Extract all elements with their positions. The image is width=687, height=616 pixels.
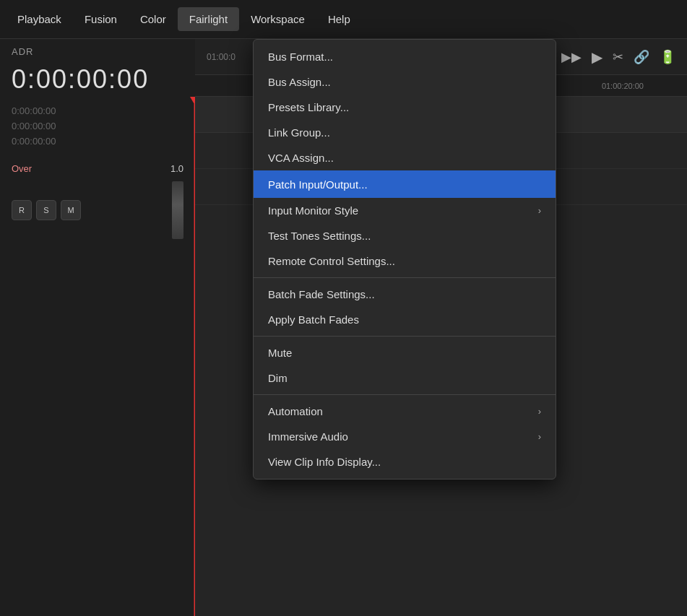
dropdown-item-label-patch-input-output: Patch Input/Output...	[268, 178, 368, 191]
menu-item-fusion[interactable]: Fusion	[73, 7, 129, 31]
menu-item-help[interactable]: Help	[316, 7, 362, 31]
scissors-icon[interactable]: ✂	[613, 49, 623, 65]
fader-strip[interactable]	[172, 181, 183, 239]
dropdown-item-mute[interactable]: Mute	[254, 340, 556, 365]
separator-1	[254, 277, 556, 278]
fast-forward-icon[interactable]: ▶▶	[561, 49, 582, 65]
menu-item-playback[interactable]: Playback	[6, 7, 73, 31]
dropdown-item-view-clip-info-display[interactable]: View Clip Info Display...	[254, 449, 556, 474]
timecode-row-1: 0:00:00:00	[12, 103, 183, 118]
left-panel: ADR 0:00:00:00 0:00:00:00 0:00:00:00 0:0…	[0, 39, 195, 616]
menu-item-color[interactable]: Color	[129, 7, 178, 31]
toolbar-icons: ▶▶ ▶ ✂ 🔗 🔋	[561, 48, 675, 66]
timecode-row-3: 0:00:00:00	[12, 134, 183, 149]
chevron-right-icon-automation: ›	[538, 406, 541, 417]
timecode-display: 0:00:00:00	[0, 61, 195, 100]
menu-item-fairlight[interactable]: Fairlight	[178, 7, 239, 31]
dropdown-item-label-bus-format: Bus Format...	[268, 51, 333, 63]
link-icon[interactable]: 🔗	[634, 49, 649, 65]
dropdown-item-label-presets-library: Presets Library...	[268, 101, 349, 113]
timecode-rows: 0:00:00:00 0:00:00:00 0:00:00:00	[0, 100, 195, 152]
menubar: Playback Fusion Color Fairlight Workspac…	[0, 0, 687, 39]
dropdown-item-batch-fade-settings[interactable]: Batch Fade Settings...	[254, 282, 556, 307]
track-over-label: Over	[12, 163, 32, 174]
dropdown-item-vca-assign[interactable]: VCA Assign...	[254, 145, 556, 170]
dropdown-item-bus-assign[interactable]: Bus Assign...	[254, 69, 556, 95]
dropdown-item-label-link-group: Link Group...	[268, 126, 330, 139]
dropdown-item-apply-batch-fades[interactable]: Apply Batch Fades	[254, 307, 556, 332]
chevron-right-icon-immersive-audio: ›	[538, 431, 541, 442]
time-label-left: 01:00:0	[207, 52, 236, 62]
dropdown-item-label-batch-fade-settings: Batch Fade Settings...	[268, 288, 375, 300]
time-label-right: 01:00:20:00	[602, 82, 644, 90]
dropdown-item-label-test-tones-settings: Test Tones Settings...	[268, 230, 371, 242]
dropdown-item-input-monitor-style[interactable]: Input Monitor Style ›	[254, 198, 556, 223]
dropdown-item-label-automation: Automation	[268, 405, 323, 417]
play-icon[interactable]: ▶	[592, 48, 602, 66]
dropdown-item-dim[interactable]: Dim	[254, 365, 556, 391]
dropdown-item-label-apply-batch-fades: Apply Batch Fades	[268, 313, 359, 326]
dropdown-item-link-group[interactable]: Link Group...	[254, 120, 556, 145]
dropdown-item-immersive-audio[interactable]: Immersive Audio ›	[254, 424, 556, 449]
timecode-row-2: 0:00:00:00	[12, 118, 183, 134]
dropdown-item-label-view-clip-info-display: View Clip Info Display...	[268, 456, 381, 468]
adr-label: ADR	[0, 39, 195, 61]
separator-2	[254, 336, 556, 337]
cursor-icon	[531, 177, 541, 191]
menu-item-workspace[interactable]: Workspace	[239, 7, 316, 31]
dropdown-item-label-input-monitor-style: Input Monitor Style	[268, 204, 358, 217]
magnet-icon[interactable]: 🔋	[660, 49, 675, 65]
track-value: 1.0	[170, 163, 183, 174]
dropdown-item-test-tones-settings[interactable]: Test Tones Settings...	[254, 223, 556, 248]
fairlight-dropdown: Bus Format... Bus Assign... Presets Libr…	[253, 39, 556, 480]
track-controls: R S M	[0, 177, 195, 243]
dropdown-item-label-bus-assign: Bus Assign...	[268, 76, 331, 88]
dropdown-item-label-remote-control-settings: Remote Control Settings...	[268, 255, 395, 267]
chevron-right-icon-input-monitor: ›	[538, 205, 541, 216]
dropdown-item-bus-format[interactable]: Bus Format...	[254, 44, 556, 69]
dropdown-item-automation[interactable]: Automation ›	[254, 399, 556, 424]
dropdown-item-label-vca-assign: VCA Assign...	[268, 152, 334, 164]
dropdown-item-label-dim: Dim	[268, 372, 288, 384]
dropdown-item-remote-control-settings[interactable]: Remote Control Settings...	[254, 248, 556, 274]
separator-3	[254, 394, 556, 395]
dropdown-item-label-immersive-audio: Immersive Audio	[268, 430, 348, 443]
dropdown-item-patch-input-output[interactable]: Patch Input/Output...	[254, 170, 556, 198]
dropdown-item-label-mute: Mute	[268, 347, 292, 359]
dropdown-item-presets-library[interactable]: Presets Library...	[254, 95, 556, 120]
btn-r[interactable]: R	[12, 200, 32, 220]
btn-s[interactable]: S	[36, 200, 56, 220]
btn-m[interactable]: M	[61, 200, 81, 220]
